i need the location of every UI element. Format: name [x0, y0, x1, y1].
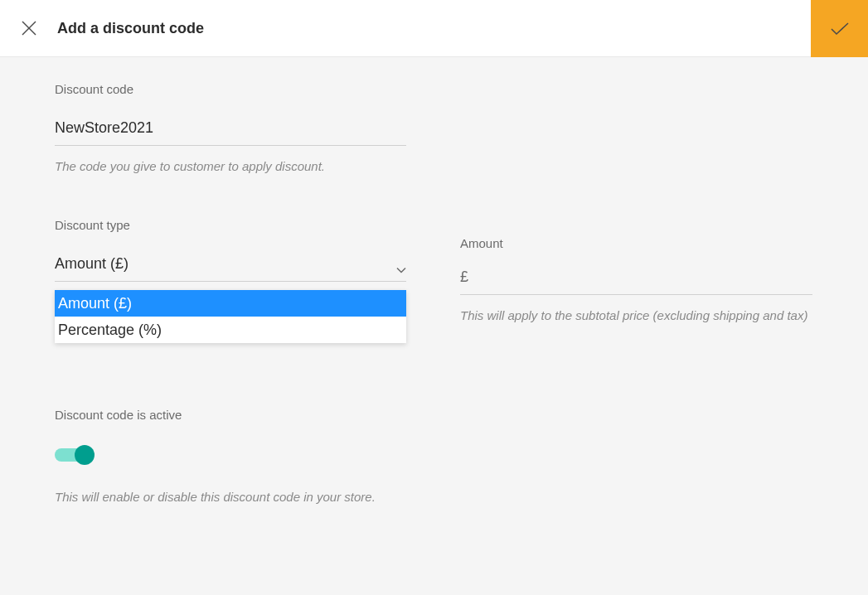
amount-label: Amount — [460, 236, 812, 250]
dropdown-option-percentage[interactable]: Percentage (%) — [55, 317, 406, 343]
amount-hint: This will apply to the subtotal price (e… — [460, 307, 812, 326]
discount-type-display[interactable]: Amount (£) — [55, 250, 406, 282]
close-button[interactable] — [0, 0, 57, 57]
left-column: Discount code The code you give to custo… — [0, 82, 406, 548]
discount-code-label: Discount code — [55, 82, 406, 96]
modal-header: Add a discount code — [0, 0, 868, 57]
amount-input-wrap: £ — [460, 268, 812, 295]
active-label: Discount code is active — [55, 408, 406, 422]
page-title: Add a discount code — [57, 20, 204, 37]
chevron-down-icon — [396, 260, 406, 267]
discount-code-group: Discount code The code you give to custo… — [55, 82, 406, 177]
dropdown-option-amount[interactable]: Amount (£) — [55, 290, 406, 317]
discount-type-value: Amount (£) — [55, 255, 129, 273]
active-group: Discount code is active This will enable… — [55, 408, 406, 507]
discount-type-label: Discount type — [55, 218, 406, 232]
discount-type-dropdown: Amount (£) Percentage (%) — [55, 290, 406, 343]
modal-content: Discount code The code you give to custo… — [0, 57, 868, 548]
amount-currency: £ — [460, 268, 468, 286]
active-toggle[interactable] — [55, 445, 95, 465]
discount-code-hint: The code you give to customer to apply d… — [55, 157, 406, 177]
right-column: Amount £ This will apply to the subtotal… — [406, 82, 812, 548]
toggle-thumb — [75, 445, 95, 465]
discount-type-group: Discount type Amount (£) Amount (£) Perc… — [55, 218, 406, 282]
amount-input[interactable] — [473, 268, 812, 286]
check-icon — [830, 22, 850, 36]
close-icon — [22, 21, 36, 36]
amount-group: Amount £ This will apply to the subtotal… — [460, 236, 812, 326]
discount-type-select[interactable]: Amount (£) Amount (£) Percentage (%) — [55, 250, 406, 282]
active-hint: This will enable or disable this discoun… — [55, 488, 406, 507]
discount-code-input[interactable] — [55, 114, 406, 146]
confirm-button[interactable] — [811, 0, 868, 57]
